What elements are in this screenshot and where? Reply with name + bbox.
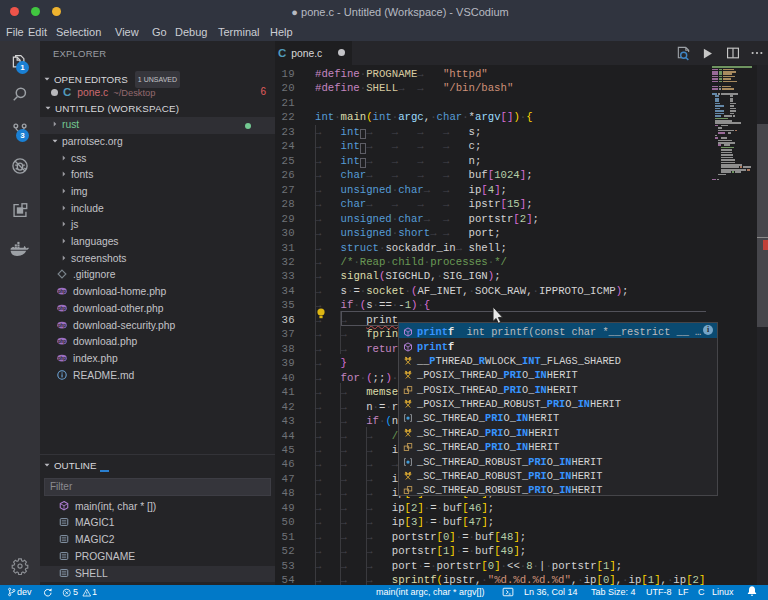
svg-text:php: php	[58, 356, 66, 361]
svg-text:php: php	[58, 322, 66, 327]
svg-text:php: php	[58, 289, 66, 294]
svg-text:php: php	[58, 306, 66, 311]
svg-text:php: php	[58, 339, 66, 344]
